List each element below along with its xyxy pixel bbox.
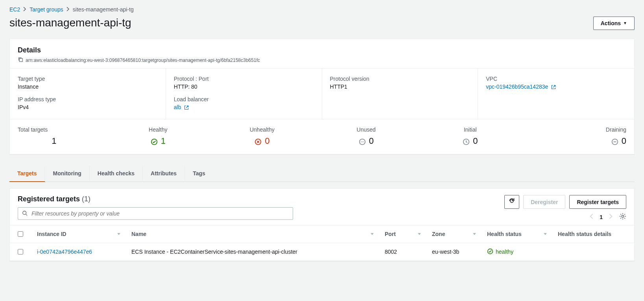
status-initial-icon — [463, 137, 470, 145]
gear-icon[interactable] — [619, 213, 626, 221]
draining-value: 0 — [622, 136, 626, 146]
caret-down-icon: ▼ — [623, 19, 627, 27]
tab-tags[interactable]: Tags — [185, 165, 213, 182]
status-healthy-icon — [487, 248, 493, 256]
row-health-details — [552, 243, 634, 261]
load-balancer-label: Load balancer — [174, 96, 314, 102]
col-zone[interactable]: Zone — [426, 225, 481, 243]
table-row: i-0e0742a4796e447e6 ECS Instance - EC2Co… — [10, 243, 634, 261]
protocol-port-label: Protocol : Port — [174, 76, 314, 82]
tab-monitoring[interactable]: Monitoring — [45, 165, 90, 182]
tab-targets[interactable]: Targets — [9, 165, 45, 182]
chevron-right-icon — [66, 6, 70, 13]
page-title: sites-management-api-tg — [9, 17, 131, 29]
unused-label: Unused — [314, 126, 419, 133]
row-port: 8002 — [378, 243, 426, 261]
col-name[interactable]: Name — [125, 225, 378, 243]
refresh-icon — [509, 198, 515, 206]
status-unhealthy-icon — [255, 137, 262, 145]
svg-point-6 — [363, 141, 364, 142]
healthy-label: Healthy — [106, 126, 210, 133]
target-type-value: Instance — [18, 84, 158, 90]
chevron-right-icon — [23, 6, 26, 13]
external-link-icon — [184, 105, 189, 111]
col-health-status[interactable]: Health status — [481, 225, 552, 243]
details-panel: Details arn:aws:elasticloadbalancing:eu-… — [9, 39, 635, 154]
registered-targets-count: (1) — [82, 195, 90, 203]
svg-point-5 — [362, 141, 363, 142]
registered-targets-heading: Registered targets — [18, 195, 80, 203]
register-targets-button[interactable]: Register targets — [569, 195, 626, 209]
tab-attributes[interactable]: Attributes — [143, 165, 185, 182]
actions-button[interactable]: Actions ▼ — [593, 17, 635, 30]
details-heading: Details — [18, 46, 626, 54]
svg-rect-0 — [19, 58, 22, 61]
protocol-port-value: HTTP: 80 — [174, 84, 314, 90]
unhealthy-value: 0 — [265, 136, 269, 146]
instance-id-link[interactable]: i-0e0742a4796e447e6 — [37, 249, 92, 255]
row-zone: eu-west-3b — [426, 243, 481, 261]
total-targets-value: 1 — [2, 136, 106, 146]
svg-point-10 — [622, 215, 624, 217]
actions-button-label: Actions — [601, 19, 621, 27]
tabs: Targets Monitoring Health checks Attribu… — [9, 165, 635, 182]
status-draining-icon — [611, 137, 618, 145]
external-link-icon — [551, 84, 556, 91]
row-checkbox[interactable] — [18, 249, 23, 255]
breadcrumb: EC2 Target groups sites-management-api-t… — [9, 6, 635, 13]
filter-input[interactable] — [31, 210, 289, 217]
vpc-link[interactable]: vpc-019426b95ca14283e — [486, 84, 548, 90]
refresh-button[interactable] — [504, 195, 519, 209]
targets-table: Instance ID Name Port Zone Health status… — [10, 225, 634, 261]
search-icon — [22, 210, 28, 217]
breadcrumb-parent[interactable]: Target groups — [30, 6, 63, 13]
tab-health-checks[interactable]: Health checks — [90, 165, 143, 182]
healthy-value: 1 — [161, 136, 166, 146]
filter-input-wrap[interactable] — [18, 207, 293, 220]
unhealthy-label: Unhealthy — [210, 126, 314, 133]
col-health-details[interactable]: Health status details — [552, 225, 634, 243]
ip-address-type-value: IPv4 — [18, 104, 158, 110]
protocol-version-value: HTTP1 — [330, 84, 470, 90]
status-unused-icon — [359, 137, 366, 145]
svg-point-4 — [361, 141, 362, 142]
breadcrumb-root[interactable]: EC2 — [9, 6, 20, 13]
initial-value: 0 — [473, 136, 478, 146]
deregister-button[interactable]: Deregister — [523, 195, 565, 209]
pager-page: 1 — [600, 214, 603, 220]
select-all-checkbox[interactable] — [18, 231, 23, 237]
vpc-label: VPC — [486, 76, 626, 82]
copy-icon[interactable] — [18, 57, 23, 63]
status-healthy-icon — [151, 137, 158, 145]
row-name: ECS Instance - EC2ContainerService-sites… — [125, 243, 378, 261]
pager-next[interactable] — [609, 214, 613, 220]
registered-targets-panel: Registered targets (1) — [9, 188, 635, 261]
target-type-label: Target type — [18, 76, 158, 82]
protocol-version-label: Protocol version — [330, 76, 470, 82]
col-port[interactable]: Port — [378, 225, 426, 243]
col-instance-id[interactable]: Instance ID — [31, 225, 125, 243]
initial-label: Initial — [418, 126, 522, 133]
unused-value: 0 — [369, 136, 374, 146]
row-health-status: healthy — [496, 249, 513, 255]
pager-prev[interactable] — [589, 214, 593, 220]
draining-label: Draining — [538, 126, 627, 133]
total-targets-label: Total targets — [18, 126, 106, 133]
arn-text: arn:aws:elasticloadbalancing:eu-west-3:0… — [26, 58, 260, 63]
breadcrumb-current: sites-management-api-tg — [73, 6, 134, 13]
ip-address-type-label: IP address type — [18, 96, 158, 102]
svg-point-9 — [23, 211, 26, 214]
load-balancer-link[interactable]: alb — [174, 104, 181, 110]
